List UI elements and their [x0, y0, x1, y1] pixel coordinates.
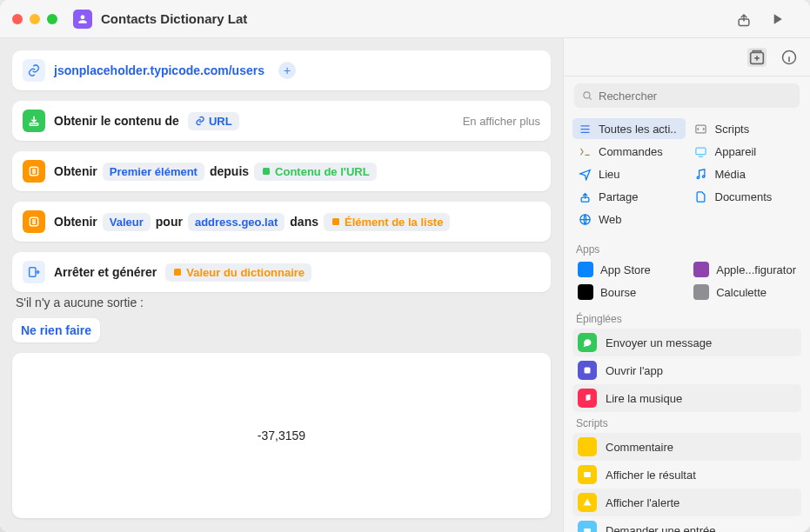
category-commands[interactable]: Commandes — [572, 141, 686, 162]
svg-point-14 — [702, 175, 705, 177]
scripts-section-label: Scripts — [564, 412, 810, 433]
get-first-action-card[interactable]: Obtenir Premier élément depuis Contenu d… — [12, 151, 551, 191]
svg-rect-19 — [584, 529, 591, 532]
app-item[interactable]: App Store — [572, 259, 685, 280]
svg-rect-6 — [30, 268, 36, 277]
list-icon — [23, 160, 45, 183]
action-item[interactable]: Commentaire — [572, 433, 801, 461]
svg-point-13 — [697, 176, 700, 179]
url-content-token[interactable]: Contenu de l'URL — [254, 163, 377, 181]
exit-icon — [23, 261, 45, 283]
zoom-window-button[interactable] — [47, 14, 57, 24]
category-share[interactable]: Partage — [572, 186, 686, 207]
category-documents[interactable]: Documents — [689, 186, 802, 207]
add-to-library-icon[interactable] — [747, 48, 766, 67]
category-device[interactable]: Appareil — [689, 141, 802, 162]
output-result-card: -37,3159 — [12, 353, 551, 518]
app-item[interactable]: Calculette — [688, 282, 801, 303]
action-item[interactable]: Afficher le résultat — [572, 461, 801, 489]
dict-value-token[interactable]: Valeur du dictionnaire — [165, 263, 311, 282]
url-action-card[interactable]: jsonplaceholder.typicode.com/users + — [12, 50, 551, 90]
info-icon[interactable] — [780, 49, 798, 66]
svg-rect-17 — [585, 368, 591, 374]
link-icon — [23, 59, 45, 82]
stop-output-action-card[interactable]: Arrêter et générer Valeur du dictionnair… — [12, 252, 551, 292]
svg-rect-7 — [174, 269, 181, 276]
no-output-label: S'il n'y a aucune sortie : — [12, 296, 551, 309]
app-item[interactable]: Bourse — [572, 282, 685, 303]
first-item-token[interactable]: Premier élément — [103, 163, 204, 181]
traffic-lights — [12, 14, 57, 24]
list-item-token[interactable]: Élément de la liste — [324, 213, 450, 231]
get-value-action-card[interactable]: Obtenir Valeur pour address.geo.lat dans… — [12, 202, 551, 242]
category-location[interactable]: Lieu — [572, 163, 686, 184]
shortcut-app-icon — [73, 10, 92, 29]
titlebar: Contacts Dictionary Lat — [0, 0, 810, 38]
category-scripts[interactable]: Scripts — [689, 118, 802, 139]
action-item[interactable]: Ouvrir l'app — [572, 356, 801, 384]
url-token[interactable]: URL — [188, 112, 239, 130]
action-item[interactable]: Envoyer un message — [572, 329, 801, 356]
category-web[interactable]: Web — [572, 209, 686, 229]
url-value: jsonplaceholder.typicode.com/users — [54, 63, 264, 77]
value-token[interactable]: Valeur — [103, 213, 151, 231]
apps-section-label: Apps — [564, 238, 810, 259]
svg-rect-12 — [696, 148, 706, 155]
path-token[interactable]: address.geo.lat — [188, 213, 285, 231]
search-input[interactable] — [599, 90, 793, 103]
category-all[interactable]: Toutes les acti.. — [572, 118, 686, 139]
output-value: -37,3159 — [258, 429, 305, 442]
download-icon — [23, 110, 45, 132]
svg-rect-18 — [584, 472, 591, 477]
pinned-section-label: Épinglées — [564, 308, 810, 329]
share-icon[interactable] — [735, 10, 753, 28]
workflow-editor: jsonplaceholder.typicode.com/users + Obt… — [0, 38, 563, 532]
list-icon — [23, 210, 45, 233]
svg-rect-5 — [332, 218, 339, 225]
get-content-action-card[interactable]: Obtenir le contenu de URL En afficher pl… — [12, 101, 551, 141]
app-item[interactable]: Apple...figurator — [688, 259, 801, 280]
action-item[interactable]: Lire la musique — [572, 384, 801, 412]
app-window: Contacts Dictionary Lat jsonplaceholder.… — [0, 0, 810, 532]
svg-rect-1 — [30, 123, 37, 126]
svg-point-10 — [584, 92, 590, 98]
category-media[interactable]: Média — [689, 163, 802, 184]
svg-rect-3 — [263, 168, 270, 175]
do-nothing-button[interactable]: Ne rien faire — [12, 318, 100, 342]
show-more-button[interactable]: En afficher plus — [463, 115, 540, 128]
library-sidebar: Toutes les acti.. Scripts Commandes Appa… — [563, 38, 810, 532]
run-icon[interactable] — [768, 10, 786, 28]
close-window-button[interactable] — [12, 14, 23, 24]
action-label: Obtenir le contenu de — [54, 114, 179, 128]
action-item[interactable]: Demander une entrée — [572, 516, 801, 532]
minimize-window-button[interactable] — [30, 14, 40, 24]
action-label: Obtenir — [54, 164, 97, 178]
add-url-button[interactable]: + — [278, 62, 296, 79]
search-field[interactable] — [574, 83, 800, 108]
window-title: Contacts Dictionary Lat — [101, 11, 735, 26]
action-item[interactable]: Afficher l'alerte — [572, 489, 801, 516]
category-grid: Toutes les acti.. Scripts Commandes Appa… — [564, 115, 810, 238]
